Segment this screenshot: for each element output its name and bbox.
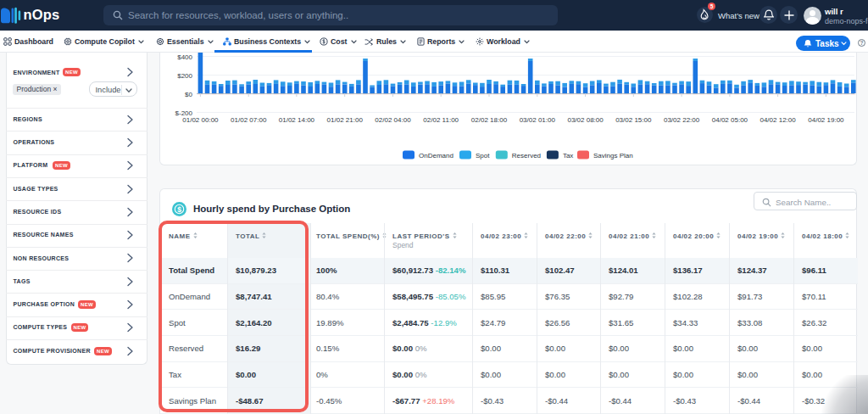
svg-text:Savings Plan: Savings Plan [593, 152, 633, 159]
svg-text:02/02 18:00: 02/02 18:00 [471, 116, 508, 124]
svg-text:03/02 15:00: 03/02 15:00 [615, 116, 652, 124]
svg-text:Tax: Tax [563, 152, 573, 159]
svg-text:03/02 08:00: 03/02 08:00 [567, 116, 604, 124]
svg-text:02/02 11:00: 02/02 11:00 [423, 116, 459, 124]
svg-text:01/02 21:00: 01/02 21:00 [327, 116, 364, 124]
svg-text:04/02 19:00: 04/02 19:00 [808, 116, 844, 124]
svg-text:$200: $200 [177, 72, 192, 80]
svg-text:$0: $0 [185, 91, 192, 98]
svg-text:OnDemand: OnDemand [419, 152, 453, 159]
svg-text:01/02 14:00: 01/02 14:00 [279, 116, 315, 124]
svg-text:04/02 12:00: 04/02 12:00 [760, 116, 796, 124]
svg-text:03/02 01:00: 03/02 01:00 [520, 116, 556, 124]
svg-text:$400: $400 [177, 53, 192, 61]
svg-text:$: $ [177, 205, 181, 214]
svg-text:03/02 22:00: 03/02 22:00 [664, 116, 700, 124]
svg-text:04/02 05:00: 04/02 05:00 [712, 116, 748, 124]
svg-text:01/02 07:00: 01/02 07:00 [231, 116, 267, 124]
svg-text:Spot: Spot [476, 152, 490, 159]
svg-text:Reserved: Reserved [512, 152, 541, 159]
svg-text:01/02 00:00: 01/02 00:00 [182, 116, 219, 124]
svg-text:02/02 04:00: 02/02 04:00 [375, 116, 411, 124]
